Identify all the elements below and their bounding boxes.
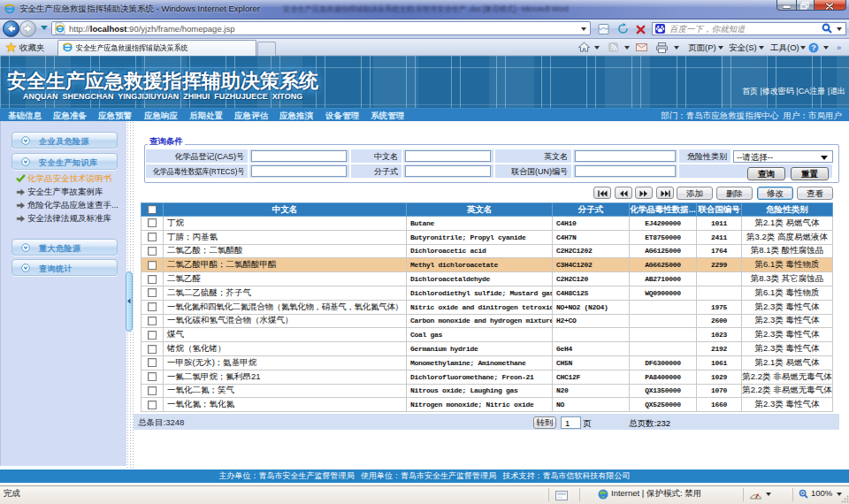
svg-text:?: ? [811, 43, 816, 52]
